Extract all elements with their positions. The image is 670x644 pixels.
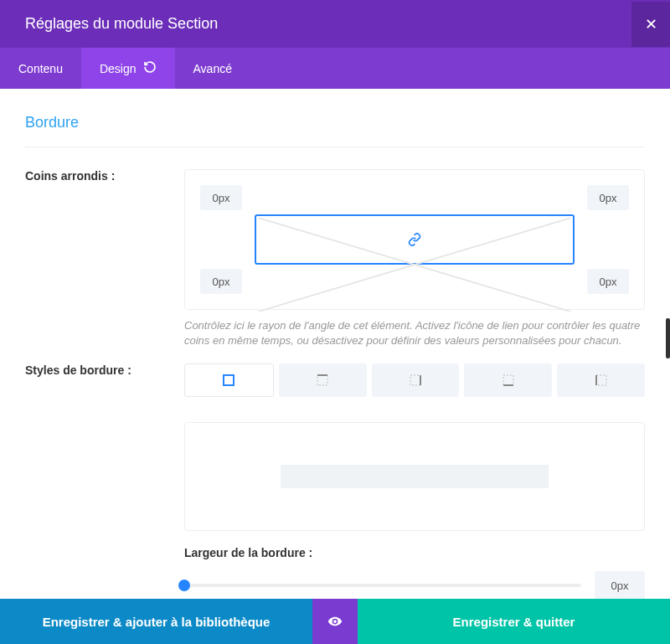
tab-label: Contenu (18, 62, 63, 75)
corners-box (184, 169, 645, 310)
svg-rect-7 (503, 375, 513, 385)
border-preview (184, 422, 645, 531)
tab-label: Design (100, 62, 137, 75)
save-to-library-button[interactable]: Enregistrer & ajouter à la bibliothèque (0, 599, 312, 644)
tab-label: Avancé (193, 62, 232, 75)
help-corners: Contrôlez ici le rayon de l'angle de cet… (184, 318, 645, 348)
style-top[interactable] (279, 363, 367, 397)
titlebar: Réglages du module Section ✕ (0, 0, 670, 48)
link-icon (408, 233, 421, 246)
corner-top-right[interactable] (587, 185, 629, 210)
close-icon: ✕ (645, 15, 657, 33)
square-left-icon (595, 374, 608, 387)
style-picker (184, 363, 645, 397)
square-all-icon (222, 374, 235, 387)
corners-diagonals (258, 218, 571, 312)
page-title: Réglages du module Section (25, 15, 218, 33)
corners-link-toggle[interactable] (255, 214, 575, 265)
svg-rect-3 (317, 375, 327, 385)
tab-advanced[interactable]: Avancé (175, 48, 250, 89)
corner-bottom-right[interactable] (587, 269, 629, 294)
footer: Enregistrer & ajouter à la bibliothèque … (0, 599, 670, 644)
close-button[interactable]: ✕ (631, 2, 670, 47)
svg-rect-2 (224, 375, 234, 385)
scrollbar[interactable] (666, 318, 670, 358)
tab-design[interactable]: Design (81, 48, 175, 89)
slider-thumb[interactable] (178, 580, 190, 591)
field-border-styles: Styles de bordure : (25, 363, 645, 397)
style-left[interactable] (557, 363, 645, 397)
svg-rect-9 (596, 375, 606, 385)
svg-rect-5 (410, 375, 420, 385)
style-all[interactable] (184, 363, 274, 397)
field-border-width: Largeur de la bordure : (184, 546, 645, 600)
content-panel: Bordure Coins arrondis : (0, 89, 670, 602)
border-preview-inner (281, 465, 549, 488)
square-bottom-icon (502, 374, 515, 387)
field-corners: Coins arrondis : (25, 169, 645, 348)
save-quit-button[interactable]: Enregistrer & quitter (358, 599, 670, 644)
tab-content[interactable]: Contenu (0, 48, 81, 89)
preview-button[interactable] (312, 599, 358, 644)
label-border-styles: Styles de bordure : (25, 363, 184, 397)
square-right-icon (409, 374, 422, 387)
tabs: Contenu Design Avancé (0, 48, 670, 89)
corner-bottom-left[interactable] (200, 269, 242, 294)
corner-top-left[interactable] (200, 185, 242, 210)
label-border-width: Largeur de la bordure : (184, 546, 645, 559)
border-width-value[interactable] (595, 571, 645, 600)
field-preview (25, 412, 645, 531)
border-width-slider[interactable] (184, 584, 581, 587)
eye-icon (327, 614, 343, 629)
label-corners: Coins arrondis : (25, 169, 184, 348)
style-bottom[interactable] (464, 363, 552, 397)
square-top-icon (316, 374, 329, 387)
style-right[interactable] (372, 363, 460, 397)
undo-icon (143, 60, 157, 76)
section-title: Bordure (25, 114, 645, 147)
